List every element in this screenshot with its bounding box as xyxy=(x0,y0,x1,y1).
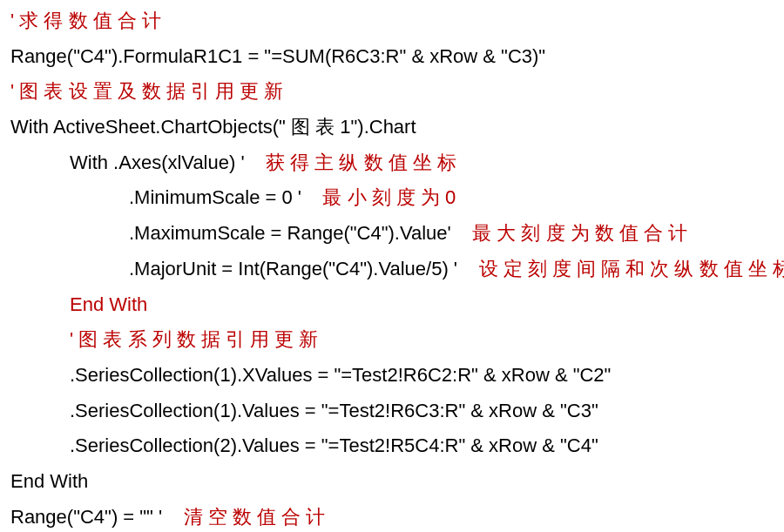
code-line-15: Range("C4") = "" ' 清 空 数 值 合 计 xyxy=(10,500,774,532)
comment-part-7b: 最 大 刻 度 为 数 值 合 计 xyxy=(451,222,687,244)
comment-part-5b: 获 得 主 纵 数 值 坐 标 xyxy=(245,152,456,173)
code-line-6: .MinimumScale = 0 ' 最 小 刻 度 为 0 xyxy=(10,180,774,216)
comment-line-1: ' 求 得 数 值 合 计 xyxy=(10,3,774,39)
code-line-7: .MaximumScale = Range("C4").Value' 最 大 刻… xyxy=(10,216,774,252)
comment-line-3: ' 图 表 设 置 及 数 据 引 用 更 新 xyxy=(10,74,774,110)
comment-part-15b: 清 空 数 值 合 计 xyxy=(162,506,325,528)
code-line-9: End With xyxy=(10,287,774,323)
comment-part-8b: 设 定 刻 度 间 隔 和 次 纵 数 值 坐 标 对 应 xyxy=(457,258,784,279)
code-line-8: .MajorUnit = Int(Range("C4").Value/5) ' … xyxy=(10,252,774,287)
code-line-4: With ActiveSheet.ChartObjects(" 图 表 1").… xyxy=(10,110,774,145)
code-line-2: Range("C4").FormulaR1C1 = "=SUM(R6C3:R" … xyxy=(10,39,774,75)
code-line-5: With .Axes(xlValue) ' 获 得 主 纵 数 值 坐 标 xyxy=(10,145,774,181)
code-part-8a: .MajorUnit = Int(Range("C4").Value/5) ' xyxy=(129,258,457,279)
code-part-5a: With .Axes(xlValue) ' xyxy=(70,152,245,173)
code-line-13: .SeriesCollection(2).Values = "=Test2!R5… xyxy=(10,428,774,464)
comment-line-10: ' 图 表 系 列 数 据 引 用 更 新 xyxy=(10,322,774,358)
code-line-12: .SeriesCollection(1).Values = "=Test2!R6… xyxy=(10,394,774,429)
code-line-14: End With xyxy=(10,464,774,500)
code-part-7a: .MaximumScale = Range("C4").Value' xyxy=(129,222,451,244)
code-part-15a: Range("C4") = "" ' xyxy=(10,506,162,528)
comment-part-6b: 最 小 刻 度 为 0 xyxy=(301,186,456,208)
code-part-6a: .MinimumScale = 0 ' xyxy=(129,186,301,208)
code-line-11: .SeriesCollection(1).XValues = "=Test2!R… xyxy=(10,358,774,394)
